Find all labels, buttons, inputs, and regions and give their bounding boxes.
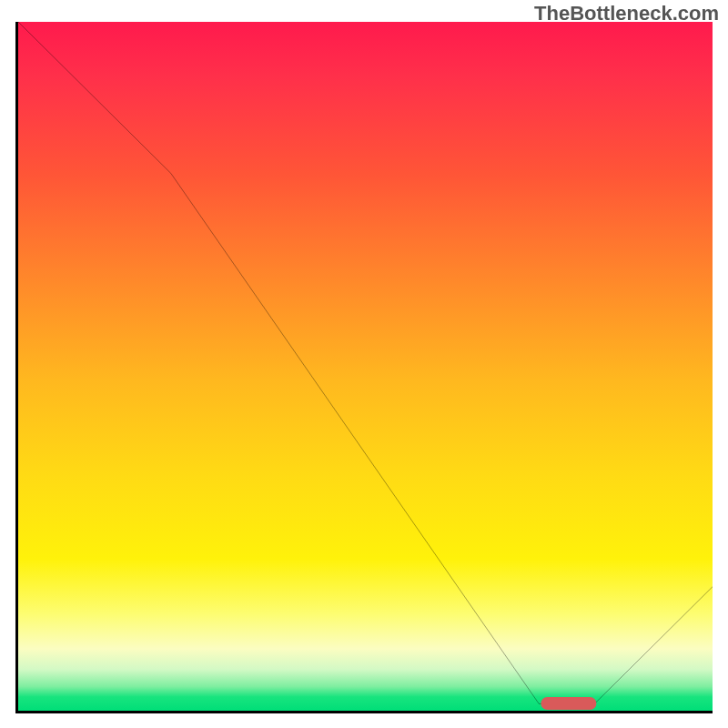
chart-line xyxy=(18,22,713,711)
watermark-text: TheBottleneck.com xyxy=(534,2,719,25)
chart-line-path xyxy=(18,22,713,703)
optimal-range-marker xyxy=(541,697,596,710)
chart-plot-area xyxy=(15,22,713,713)
